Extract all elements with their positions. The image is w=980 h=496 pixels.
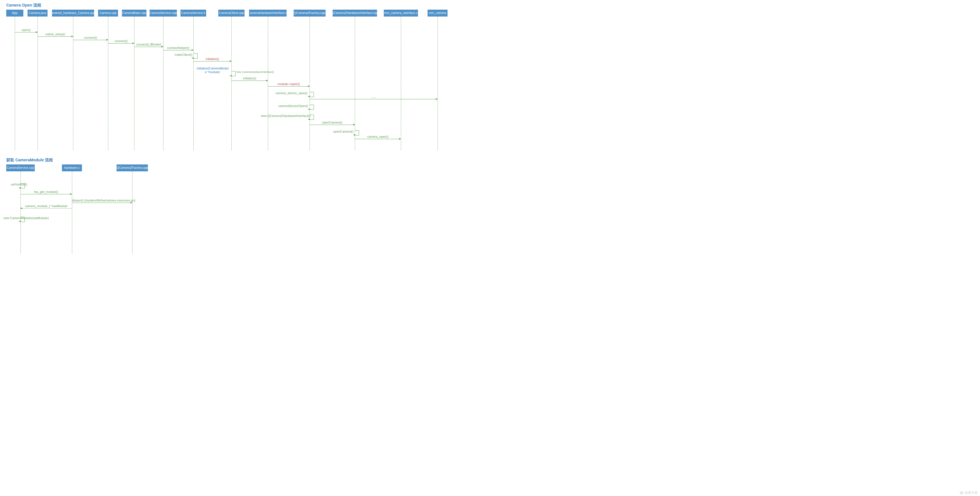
message: open()	[15, 32, 38, 36]
participant: CameraService.h	[181, 10, 206, 16]
self-message: new CameraModule(rawModule)	[21, 217, 25, 222]
message: module->open()	[268, 86, 310, 90]
participant: QCamera2Factory.cpp	[294, 10, 326, 16]
message: initialize()	[231, 81, 268, 85]
message: openCamera()	[310, 124, 355, 129]
message: initialize()	[193, 61, 231, 65]
participant: QCamera2HardwareInterface.cpp	[332, 10, 377, 16]
participant: mm_camera	[428, 10, 447, 16]
participant: Camera.java	[27, 10, 48, 16]
self-message: new QCamera2HardwareInterface()	[310, 115, 314, 120]
lifeline	[15, 16, 15, 150]
message: connect() {Binder}	[134, 47, 163, 51]
message: native_setup()	[38, 37, 73, 40]
lifeline	[108, 16, 108, 150]
participant: App	[6, 10, 23, 16]
message: ......	[310, 99, 438, 103]
self-message: cameraDeviceOpen()	[310, 105, 314, 110]
message: camera_open()	[355, 139, 401, 143]
sequence-canvas: CameraService.cpphardware.cQCamera2Facto…	[0, 164, 980, 255]
participant: Camera.cpp	[98, 10, 118, 16]
participant: CameraBase.cpp	[122, 10, 146, 16]
message: connect()	[73, 40, 108, 44]
lifeline	[193, 16, 194, 150]
lifeline	[438, 16, 438, 150]
message: camera_module_t *rawModule	[21, 208, 72, 212]
note: initialize(CameraModul e *module)	[197, 67, 228, 70]
message: connect()	[108, 43, 134, 47]
participant: CameraClient.cpp	[218, 10, 245, 16]
participant: android_hardware_Camera.cpp	[52, 10, 94, 16]
participant: CameraService.cpp	[6, 164, 35, 171]
participant: hardware.c	[62, 164, 82, 171]
participant: CameraService.cpp	[150, 10, 177, 16]
self-message: new CameraHardwareInterface()	[231, 71, 236, 76]
message: hw_get_module()	[21, 194, 72, 198]
diagram-title: 获取 CameraModule 流程	[6, 158, 980, 163]
sequence-canvas: AppCamera.javaandroid_hardware_Camera.cp…	[0, 10, 980, 152]
participant: QCamera2Factory.cpp	[116, 164, 148, 171]
participant: mm_camera_interface.c	[384, 10, 418, 16]
participant: CameraHardwareInterface.h	[249, 10, 286, 16]
message: dlopen() {/system/lib/hw/camera.msmxxxx.…	[72, 203, 132, 207]
lifeline	[310, 16, 310, 150]
self-message: onFirstRef()	[21, 183, 25, 188]
diagram-title: Camera Open 流程	[6, 3, 980, 8]
lifeline	[163, 16, 164, 150]
lifeline	[72, 171, 72, 254]
